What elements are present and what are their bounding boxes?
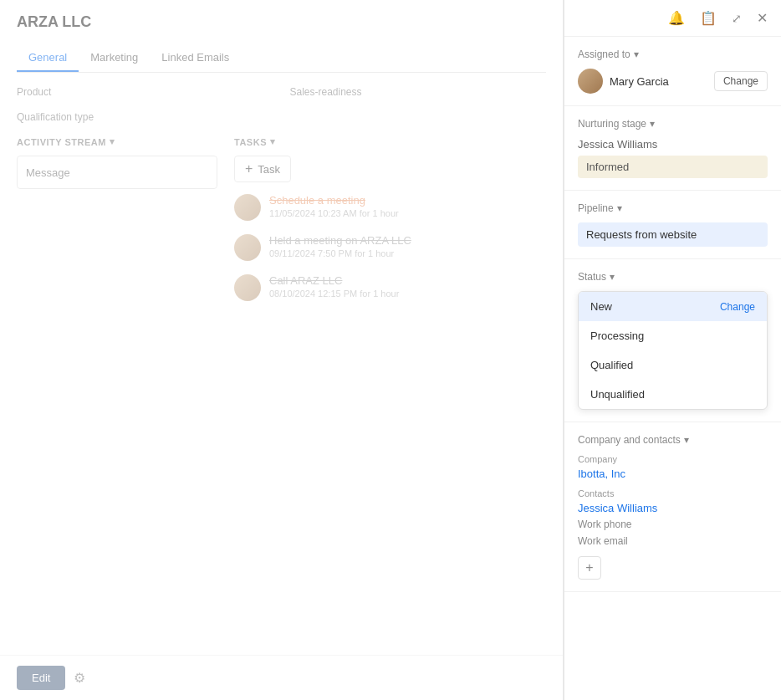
avatar-1 (234, 234, 261, 261)
status-option-processing[interactable]: Processing (579, 321, 767, 350)
expand-icon[interactable]: ⤢ (728, 10, 745, 27)
status-dropdown: New Change Processing Qualified Unqualif… (578, 291, 768, 410)
tab-linked-emails[interactable]: Linked Emails (150, 44, 241, 72)
add-task-label: Task (258, 163, 280, 176)
nurturing-stage-section: Nurturing stage ▾ Jessica Williams Infor… (564, 106, 781, 191)
nurturing-stage-title: Nurturing stage ▾ (578, 118, 768, 130)
pipeline-caret-icon: ▾ (617, 202, 622, 214)
task-meta-1: 09/11/2024 7:50 PM for 1 hour (269, 248, 546, 258)
assigned-change-button[interactable]: Change (714, 71, 768, 91)
status-option-processing-label: Processing (590, 330, 644, 342)
pipeline-value: Requests from website (578, 222, 768, 247)
company-label: Company (578, 454, 768, 464)
avatar-2 (234, 274, 261, 301)
contact-item-0: Jessica Williams Work phone Work email (578, 502, 768, 549)
product-label: Product (17, 86, 273, 98)
contacts-label: Contacts (578, 488, 768, 498)
task-title-0: Schedule a meeting (269, 194, 546, 207)
company-contacts-caret-icon: ▾ (684, 434, 689, 446)
task-title-2: Call ARAZ LLC (269, 274, 546, 287)
tasks-caret-icon: ▾ (270, 136, 276, 147)
contact-work-email-0: Work email (578, 533, 768, 549)
pipeline-title: Pipeline ▾ (578, 202, 768, 214)
activity-caret-icon: ▾ (110, 136, 115, 147)
nurturing-person: Jessica Williams (578, 138, 768, 151)
add-contact-button[interactable]: + (578, 556, 601, 580)
task-item-0: Schedule a meeting 11/05/2024 10:23 AM f… (234, 194, 546, 221)
plus-icon: + (245, 161, 253, 176)
close-icon[interactable]: ✕ (753, 8, 771, 28)
status-option-new[interactable]: New Change (579, 292, 767, 321)
task-item-2: Call ARAZ LLC 08/10/2024 12:15 PM for 1 … (234, 274, 546, 301)
status-option-qualified-label: Qualified (590, 359, 633, 371)
avatar-0 (234, 194, 261, 221)
bottom-bar: Edit ⚙ (0, 655, 563, 700)
activity-stream-header: ACTIVITY STREAM ▾ (17, 136, 217, 147)
right-panel: 🔔 📋 ⤢ ✕ Assigned to ▾ Mary Garcia Change… (564, 0, 781, 700)
task-meta-2: 08/10/2024 12:15 PM for 1 hour (269, 289, 546, 299)
nurturing-caret-icon: ▾ (650, 118, 655, 130)
add-task-button[interactable]: + Task (234, 156, 291, 182)
tabs-container: General Marketing Linked Emails (17, 44, 546, 73)
task-item-1: Held a meeting on ARZA LLC 09/11/2024 7:… (234, 234, 546, 261)
tasks-header: TASKS ▾ (234, 136, 546, 147)
status-option-unqualified-label: Unqualified (590, 388, 645, 401)
task-title-1: Held a meeting on ARZA LLC (269, 234, 546, 247)
tab-general[interactable]: General (17, 44, 79, 72)
status-caret-icon: ▾ (610, 271, 615, 283)
message-input[interactable] (17, 156, 217, 189)
company-link[interactable]: Ibotta, Inc (578, 468, 768, 480)
pipeline-section: Pipeline ▾ Requests from website (564, 191, 781, 259)
assigned-to-title: Assigned to ▾ (578, 49, 768, 60)
assigned-caret-icon: ▾ (634, 49, 639, 60)
sales-readiness-label: Sales-readiness (290, 86, 547, 98)
right-panel-header: 🔔 📋 ⤢ ✕ (564, 0, 781, 37)
contact-name-0[interactable]: Jessica Williams (578, 502, 768, 514)
assigned-name: Mary Garcia (610, 75, 707, 88)
contact-work-phone-0: Work phone (578, 516, 768, 533)
company-contacts-title: Company and contacts ▾ (578, 434, 768, 446)
status-section: Status ▾ New Change Processing Qualified… (564, 259, 781, 422)
company-contacts-section: Company and contacts ▾ Company Ibotta, I… (564, 422, 781, 592)
assigned-to-section: Assigned to ▾ Mary Garcia Change (564, 37, 781, 106)
doc-icon[interactable]: 📋 (697, 8, 720, 28)
qualification-type-label: Qualification type (17, 111, 546, 123)
task-meta-0: 11/05/2024 10:23 AM for 1 hour (269, 208, 546, 218)
status-title: Status ▾ (578, 271, 768, 283)
bell-icon[interactable]: 🔔 (665, 8, 688, 28)
app-title: ARZA LLC (17, 13, 546, 31)
tab-marketing[interactable]: Marketing (79, 44, 150, 72)
assigned-avatar (578, 69, 603, 94)
nurturing-badge: Informed (578, 156, 768, 178)
settings-icon[interactable]: ⚙ (74, 670, 85, 686)
edit-button[interactable]: Edit (17, 666, 65, 690)
status-option-new-label: New (590, 300, 612, 313)
status-option-unqualified[interactable]: Unqualified (579, 380, 767, 409)
status-option-qualified[interactable]: Qualified (579, 350, 767, 380)
status-change-button[interactable]: Change (720, 301, 755, 313)
